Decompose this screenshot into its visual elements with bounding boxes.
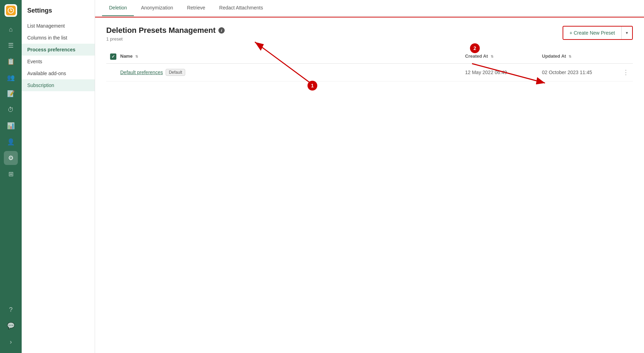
- nav-clock-icon[interactable]: ⏱: [4, 103, 18, 117]
- table-container: ✓ Name ⇅ Created At ⇅ Updated At ⇅: [106, 50, 633, 81]
- nav-grid-icon[interactable]: ⊞: [4, 167, 18, 181]
- tab-anonymization[interactable]: Anonymization: [134, 0, 180, 16]
- nav-people-icon[interactable]: 👥: [4, 71, 18, 85]
- sidebar-item-process-preferences[interactable]: Process preferences: [22, 44, 95, 56]
- col-header-updated: Updated At ⇅: [542, 53, 619, 60]
- more-options-icon[interactable]: ⋮: [623, 69, 629, 76]
- sidebar-item-columns[interactable]: Columns in the list: [22, 32, 95, 44]
- col-header-created: Created At ⇅: [465, 53, 542, 60]
- content-area: Deletion Presets Management i 1 preset +…: [95, 16, 644, 353]
- annotation-2: 2: [470, 43, 480, 53]
- nav-clipboard-icon[interactable]: 📝: [4, 87, 18, 101]
- sidebar: Settings List Management Columns in the …: [22, 0, 95, 353]
- tab-redact-attachments[interactable]: Redact Attachments: [212, 0, 270, 16]
- create-preset-button[interactable]: + Create New Preset: [563, 27, 621, 39]
- nav-settings-icon[interactable]: ⚙: [4, 151, 18, 165]
- col-header-actions: [619, 53, 633, 60]
- create-preset-button-group: + Create New Preset ▾: [563, 26, 633, 40]
- row-name-cell: Default preferences Default: [120, 69, 465, 76]
- page-title-block: Deletion Presets Management i 1 preset: [106, 26, 225, 42]
- tab-deletion[interactable]: Deletion: [102, 0, 134, 16]
- created-sort-icon[interactable]: ⇅: [491, 55, 493, 58]
- nav-home-icon[interactable]: ⌂: [4, 22, 18, 36]
- tab-retrieve[interactable]: Retrieve: [180, 0, 212, 16]
- sidebar-item-list-management[interactable]: List Management: [22, 20, 95, 32]
- row-created-at: 12 May 2022 06:49: [465, 70, 542, 75]
- preset-link[interactable]: Default preferences: [120, 70, 163, 75]
- tabs-bar: Deletion Anonymization Retrieve Redact A…: [95, 0, 644, 16]
- nav-chart-icon[interactable]: 📊: [4, 119, 18, 133]
- updated-sort-icon[interactable]: ⇅: [569, 55, 571, 58]
- sidebar-item-addons[interactable]: Available add-ons: [22, 67, 95, 79]
- name-sort-icon[interactable]: ⇅: [135, 55, 138, 58]
- page-header: Deletion Presets Management i 1 preset +…: [106, 26, 633, 42]
- nav-users-icon[interactable]: 👤: [4, 135, 18, 149]
- checkbox-checked-icon: ✓: [110, 53, 116, 60]
- sidebar-title: Settings: [22, 7, 95, 20]
- row-actions[interactable]: ⋮: [619, 69, 633, 76]
- annotation-1: 1: [307, 81, 317, 91]
- nav-chat-icon[interactable]: 💬: [4, 319, 18, 333]
- page-subtitle: 1 preset: [106, 36, 225, 42]
- header-checkbox[interactable]: ✓: [106, 53, 120, 60]
- page-title: Deletion Presets Management i: [106, 26, 225, 35]
- main-content: Deletion Anonymization Retrieve Redact A…: [95, 0, 644, 353]
- row-updated-at: 02 October 2023 11:45: [542, 70, 619, 75]
- default-badge: Default: [166, 69, 185, 76]
- sidebar-item-events[interactable]: Events: [22, 56, 95, 67]
- sidebar-item-subscription[interactable]: Subscription: [22, 79, 95, 91]
- app-logo: [5, 4, 17, 17]
- nav-help-icon[interactable]: ?: [4, 303, 18, 317]
- nav-expand-icon[interactable]: ›: [4, 335, 18, 349]
- create-preset-chevron[interactable]: ▾: [622, 27, 632, 39]
- table-row: Default preferences Default 12 May 2022 …: [106, 64, 633, 81]
- col-header-name: Name ⇅: [120, 53, 465, 60]
- nav-bar: ⌂ ☰ 📋 👥 📝 ⏱ 📊 👤 ⚙ ⊞ ? 💬 ›: [0, 0, 22, 353]
- info-icon: i: [218, 27, 225, 34]
- table-header: ✓ Name ⇅ Created At ⇅ Updated At ⇅: [106, 50, 633, 64]
- nav-list-icon[interactable]: ☰: [4, 38, 18, 52]
- nav-document-icon[interactable]: 📋: [4, 55, 18, 69]
